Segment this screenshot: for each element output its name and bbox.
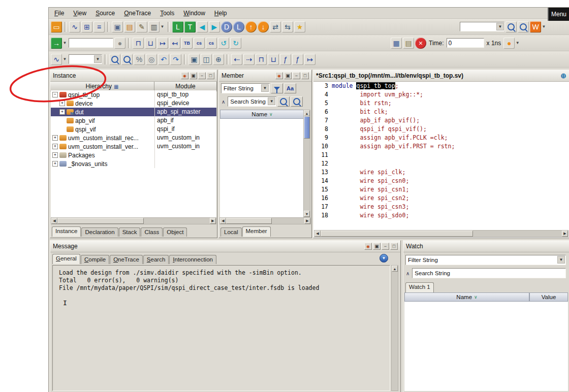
dropdown-arrow-icon[interactable]: ▼	[515, 38, 520, 49]
maximize-button[interactable]: □	[301, 72, 309, 79]
down-hierarchy-icon[interactable]: ↓	[258, 21, 269, 32]
tree-row-device[interactable]: +device qspi_device	[51, 99, 216, 108]
menu-window[interactable]: Window	[179, 8, 210, 18]
watch-filter-combo[interactable]: Filter String ▼	[405, 255, 566, 265]
signal-combo[interactable]: ▼	[69, 54, 102, 64]
time-sync-icon[interactable]: ●	[503, 38, 515, 49]
member-name-column-header[interactable]: Name ∨	[220, 110, 304, 119]
search-combo[interactable]: ▼	[460, 22, 504, 31]
member-list[interactable]	[220, 119, 304, 217]
tab-general[interactable]: General	[52, 254, 80, 264]
annotate-icon[interactable]: ✎	[136, 21, 147, 32]
collapse-icon[interactable]: ∧	[222, 99, 225, 105]
snapshot-icon[interactable]: ▤	[124, 21, 135, 32]
dropdown-arrow-icon[interactable]: ▼	[94, 55, 102, 63]
expander-icon[interactable]: +	[52, 135, 58, 141]
tab-onetrace[interactable]: OneTrace	[110, 255, 143, 264]
tree-row-qspi_vif[interactable]: qspi_vif qspi_if	[51, 125, 216, 134]
tree-row-uvm-custom-install-ver[interactable]: +uvm_custom_install_ver... uvm_custom_in	[51, 142, 216, 151]
maximize-button[interactable]: □	[207, 72, 214, 79]
send-to-wave-icon[interactable]: ⇄	[270, 21, 281, 32]
scrollbar-track[interactable]	[473, 231, 562, 237]
match-case-icon[interactable]: Aa	[284, 83, 296, 93]
collapse-icon[interactable]: ∧	[406, 271, 409, 276]
tree-row-packages[interactable]: +Packages	[51, 151, 216, 159]
scroll-left-icon[interactable]: ◀	[51, 218, 57, 224]
pin-icon[interactable]: ◉	[181, 72, 188, 79]
menu-view[interactable]: View	[69, 8, 91, 18]
change-scope-icon[interactable]: cs	[206, 38, 217, 49]
tab-declaration[interactable]: Declaration	[81, 227, 118, 237]
dropdown-arrow-icon[interactable]: ▼	[62, 38, 68, 49]
menu-source[interactable]: Source	[91, 8, 119, 18]
source-code-area[interactable]: 3module qspi_tb_top; 4 import uvm_pkg::*…	[314, 82, 568, 230]
expander-icon[interactable]: +	[52, 152, 58, 158]
dropdown-arrow-icon[interactable]: ▼	[268, 97, 275, 105]
expander-icon[interactable]: +	[52, 144, 58, 149]
expander-icon[interactable]: +	[59, 101, 65, 106]
replay-icon[interactable]: ↻	[230, 38, 241, 49]
fall-edge-icon[interactable]: ⊔	[268, 54, 279, 65]
sync-windows-icon[interactable]: ⊕	[213, 54, 224, 65]
tree-row-uvm-custom-install-rec[interactable]: +uvm_custom_install_rec... uvm_custom_in	[51, 134, 216, 142]
scrollbar-track[interactable]	[144, 218, 210, 224]
driver-icon[interactable]: D	[221, 21, 232, 32]
expander-icon[interactable]: +	[59, 109, 65, 115]
member-vertical-scrollbar[interactable]: ▲ ▼	[303, 110, 310, 217]
scrollbar-track[interactable]	[304, 139, 310, 211]
wave-tool-icon[interactable]: ∿	[51, 54, 62, 65]
filter-icon[interactable]	[271, 83, 283, 93]
run-simulation-icon[interactable]: →	[51, 38, 62, 49]
goto-end-icon[interactable]: ↦	[304, 54, 315, 65]
prev-transition-icon[interactable]: ⇠	[231, 54, 242, 65]
tab-stack[interactable]: Stack	[119, 227, 141, 237]
dropdown-arrow-icon[interactable]: ▼	[160, 21, 165, 32]
message-vertical-scrollbar[interactable]: ▲	[391, 265, 398, 391]
scrollbar-thumb[interactable]	[321, 231, 473, 237]
sim-status-icon[interactable]: ●	[114, 38, 125, 49]
tab-member[interactable]: Member	[242, 226, 271, 237]
float-panel-icon[interactable]: ▣	[284, 72, 292, 79]
split-window-icon[interactable]: ◫	[201, 54, 212, 65]
member-search-combo[interactable]: Search String ▼	[228, 96, 276, 107]
pin-icon[interactable]: ◉	[364, 243, 372, 250]
function2-icon[interactable]: ƒ	[292, 54, 303, 65]
zoom-out-icon[interactable]	[121, 54, 133, 65]
minimize-button[interactable]: −	[382, 243, 389, 250]
redo-icon[interactable]: ↷	[170, 54, 181, 65]
watch-list[interactable]: 处芯积律	[404, 302, 568, 391]
dropdown-arrow-icon[interactable]: ▼	[541, 21, 547, 32]
dropdown-arrow-icon[interactable]: ▼	[496, 23, 504, 30]
menu-tools[interactable]: Tools	[155, 8, 179, 18]
member-filter-combo[interactable]: Filter String ▼	[221, 83, 270, 93]
forward-icon[interactable]: ▶	[209, 21, 220, 32]
cut-signal-icon[interactable]: %	[134, 54, 145, 65]
tree-row-apb_vif[interactable]: apb_vif apb_if	[51, 116, 216, 125]
float-panel-icon[interactable]: ▣	[373, 243, 381, 250]
search-options-icon[interactable]	[518, 21, 529, 32]
tab-instance[interactable]: Instance	[52, 226, 81, 237]
menu-file[interactable]: File	[50, 8, 69, 18]
rewind-icon[interactable]: ↺	[218, 38, 229, 49]
tree-row-dut-selected[interactable]: +dut apb_spi_master	[51, 108, 216, 116]
search-zoom-icon[interactable]	[291, 96, 303, 107]
stop-at-top-icon[interactable]: ⊓	[133, 38, 144, 49]
monitor-icon[interactable]: ▣	[112, 21, 123, 32]
expander-icon[interactable]: +	[52, 161, 58, 167]
minimize-button[interactable]: −	[293, 72, 300, 79]
pin-icon[interactable]: ◉	[275, 72, 283, 79]
tab-compile[interactable]: Compile	[81, 255, 109, 264]
tab-interconnection[interactable]: Interconnection	[169, 255, 216, 264]
menu-help[interactable]: Help	[210, 8, 232, 18]
member-horizontal-scrollbar[interactable]: ◀ ▶	[219, 217, 311, 224]
scrollbar-thumb[interactable]	[226, 218, 272, 224]
trace-time-icon[interactable]: T	[184, 21, 196, 32]
scroll-left-icon[interactable]: ◀	[220, 218, 226, 224]
active-annotation-icon[interactable]: ★	[294, 21, 305, 32]
testbench-scope-icon[interactable]: TB	[181, 38, 193, 49]
hierarchy-column-header[interactable]: Hierarchy ▦	[50, 82, 154, 91]
view-options-icon[interactable]: ▥	[148, 21, 160, 32]
rise-edge-icon[interactable]: ⊓	[256, 54, 267, 65]
instance-horizontal-scrollbar[interactable]: ◀ ▶	[51, 217, 216, 224]
load-icon[interactable]: L	[233, 21, 244, 32]
